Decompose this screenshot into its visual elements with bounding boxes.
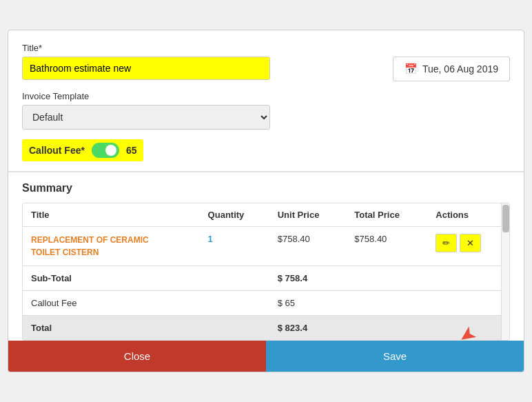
template-row: Invoice Template Default xyxy=(22,91,510,130)
summary-section: Summary Title Quantity Unit Price Total … xyxy=(8,172,524,341)
date-label: Tue, 06 Aug 2019 xyxy=(422,63,498,74)
title-group: Title* xyxy=(22,43,270,80)
col-quantity: Quantity xyxy=(200,203,269,227)
item-title-cell: REPLACEMENT OF CERAMIC TOILET CISTERN xyxy=(23,227,200,266)
item-unit-price-cell: $758.40 xyxy=(269,227,347,266)
item-actions-cell: ✏ ✕ xyxy=(427,227,509,266)
subtotal-qty xyxy=(200,266,269,291)
calendar-icon: 📅 xyxy=(405,63,418,75)
form-section: Title* 📅 Tue, 06 Aug 2019 Invoice Templa… xyxy=(8,30,524,172)
callout-row: Callout Fee* 65 xyxy=(22,139,143,161)
table-wrapper: Title Quantity Unit Price Total Price Ac… xyxy=(22,203,510,341)
callout-value: 65 xyxy=(126,145,137,156)
item-quantity-cell: 1 xyxy=(200,227,269,266)
footer-buttons: Close Save xyxy=(8,341,524,372)
subtotal-empty xyxy=(346,266,427,291)
callout-label: Callout Fee* xyxy=(29,145,85,156)
total-empty xyxy=(346,316,427,341)
callout-fee-value: $ 65 xyxy=(269,291,347,316)
template-group: Invoice Template Default xyxy=(22,91,270,130)
subtotal-actions xyxy=(427,266,509,291)
total-row: Total $ 823.4 ➤ xyxy=(23,316,509,341)
col-total-price: Total Price xyxy=(346,203,427,227)
summary-table: Title Quantity Unit Price Total Price Ac… xyxy=(23,203,509,340)
modal-container: Title* 📅 Tue, 06 Aug 2019 Invoice Templa… xyxy=(8,30,524,372)
date-button[interactable]: 📅 Tue, 06 Aug 2019 xyxy=(393,57,510,81)
item-total-price-cell: $758.40 xyxy=(346,227,427,266)
arrow-icon: ➤ xyxy=(455,323,480,341)
callout-fee-row: Callout Fee $ 65 xyxy=(23,291,509,316)
total-qty xyxy=(200,316,269,341)
item-quantity: 1 xyxy=(208,234,213,244)
scrollbar-thumb xyxy=(502,205,509,232)
col-actions: Actions xyxy=(427,203,509,227)
action-buttons: ✏ ✕ xyxy=(436,234,501,252)
toggle-slider xyxy=(92,143,119,158)
summary-title: Summary xyxy=(22,182,510,194)
close-button[interactable]: Close xyxy=(8,341,266,372)
title-input[interactable] xyxy=(22,57,270,80)
item-title-line2: TOILET CISTERN xyxy=(31,246,192,259)
table-container: Title Quantity Unit Price Total Price Ac… xyxy=(22,203,510,341)
callout-fee-label: Callout Fee xyxy=(23,291,200,316)
callout-toggle[interactable] xyxy=(92,143,119,158)
col-title: Title xyxy=(23,203,200,227)
save-button[interactable]: Save xyxy=(266,341,524,372)
total-actions: ➤ xyxy=(427,316,509,341)
subtotal-label: Sub-Total xyxy=(23,266,200,291)
item-title-line1: REPLACEMENT OF CERAMIC xyxy=(31,234,192,246)
table-row: REPLACEMENT OF CERAMIC TOILET CISTERN 1 … xyxy=(23,227,509,266)
delete-button[interactable]: ✕ xyxy=(460,234,481,252)
table-header-row: Title Quantity Unit Price Total Price Ac… xyxy=(23,203,509,227)
callout-fee-actions xyxy=(427,291,509,316)
col-unit-price: Unit Price xyxy=(269,203,347,227)
template-label: Invoice Template xyxy=(22,91,270,101)
title-date-row: Title* 📅 Tue, 06 Aug 2019 xyxy=(22,43,510,81)
callout-fee-empty xyxy=(346,291,427,316)
scrollbar[interactable] xyxy=(501,203,509,340)
subtotal-value: $ 758.4 xyxy=(269,266,347,291)
callout-fee-qty xyxy=(200,291,269,316)
edit-button[interactable]: ✏ xyxy=(436,234,457,252)
template-select[interactable]: Default xyxy=(22,105,270,130)
subtotal-row: Sub-Total $ 758.4 xyxy=(23,266,509,291)
total-value: $ 823.4 xyxy=(269,316,347,341)
title-label: Title* xyxy=(22,43,270,53)
total-label: Total xyxy=(23,316,200,341)
